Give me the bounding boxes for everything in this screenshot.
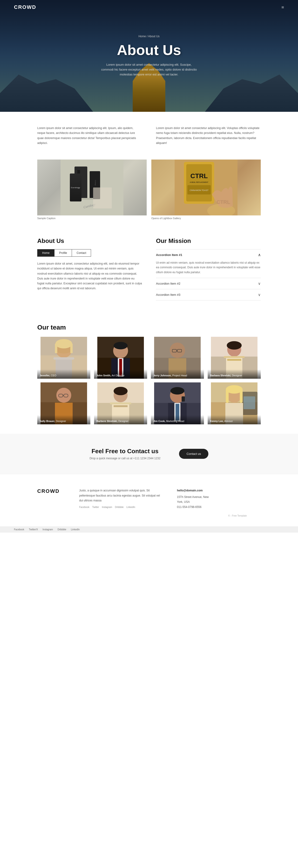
footer-facebook[interactable]: Facebook <box>79 505 90 509</box>
gallery-item-2: CTRL A MEAL REPLACEMENT CINNAMON TOAST C… <box>151 159 261 221</box>
svg-point-30 <box>113 342 128 349</box>
footer-instagram[interactable]: Instagram <box>102 505 112 509</box>
breadcrumb: Home / About Us <box>100 35 198 38</box>
accordion-chevron-1: ∧ <box>258 253 261 257</box>
footer-dribbble[interactable]: Dribbble <box>115 505 124 509</box>
svg-text:Curology: Curology <box>77 177 79 184</box>
footer-copyright: © - Free Template <box>37 510 261 517</box>
footer: CROWD Justo, a quisque in accumsan digni… <box>0 474 298 526</box>
contact-us-button[interactable]: Contact us <box>179 449 208 459</box>
footer-inner: CROWD Justo, a quisque in accumsan digni… <box>23 488 275 509</box>
footer-twitter[interactable]: Twitter <box>92 505 99 509</box>
hero-section: Home / About Us About Us Lorem ipsum dol… <box>0 0 298 112</box>
footer-address1: 15Th Street Avenue, New <box>177 495 261 500</box>
accordion-chevron-3: ∨ <box>258 292 261 297</box>
team-card-barbere: Barbere Shretski, Designer <box>94 382 147 424</box>
hero-description: Lorem ipsum dolor sit amet consectetur a… <box>100 62 198 77</box>
team-title: Our team <box>37 324 261 331</box>
cta-subtitle: Drop a quick message or call us at +111 … <box>90 457 161 460</box>
tabs-row: Home Profile Contact <box>37 249 142 257</box>
footer-social: Facebook Twitter Instagram Dribbble Link… <box>79 505 163 509</box>
svg-point-22 <box>56 339 72 348</box>
svg-rect-49 <box>227 359 241 361</box>
svg-rect-63 <box>113 405 128 407</box>
svg-text:A MEAL REPLACEMENT: A MEAL REPLACEMENT <box>190 181 208 183</box>
footer-nav-bar: Facebook Twitter/X Instagram Dribbble Li… <box>0 526 298 533</box>
footer-email: hello@domain.com <box>177 488 261 493</box>
footer-description: Justo, a quisque in accumsan dignissim v… <box>79 488 163 503</box>
tab-contact[interactable]: Contact <box>72 249 91 257</box>
gallery-caption-1: Sample Caption <box>37 215 147 221</box>
footer-col-contact: hello@domain.com 15Th Street Avenue, New… <box>177 488 261 509</box>
accordion-label-2: Accordion Item #2 <box>156 282 180 285</box>
svg-rect-2 <box>77 170 80 189</box>
team-card-sally: Sally Brauer, Designer <box>37 382 90 424</box>
footer-linkedin[interactable]: LinkedIn <box>126 505 135 509</box>
svg-rect-48 <box>224 356 245 358</box>
bottom-nav-linkedin[interactable]: LinkedIn <box>71 528 80 531</box>
svg-rect-8 <box>93 187 112 209</box>
svg-rect-6 <box>79 198 93 200</box>
accordion-header-2[interactable]: Accordion Item #2 ∨ <box>156 278 261 289</box>
svg-rect-26 <box>53 357 74 360</box>
cta-title: Feel Free to Contact us <box>90 447 161 455</box>
footer-address2: York, USA <box>177 500 261 505</box>
cta-inner: Feel Free to Contact us Drop a quick mes… <box>0 447 298 460</box>
team-card-jerry: Jerry Johnson, Project Head <box>151 337 204 379</box>
svg-text:Curology: Curology <box>95 180 96 186</box>
main-nav: CROWD ≡ <box>0 0 298 14</box>
intro-col-1: Lorem ipsum dolor sit amet consectetur a… <box>37 126 142 146</box>
team-card-kenny: Kenny Lee, Advisor <box>208 382 261 424</box>
hamburger-menu[interactable]: ≡ <box>282 5 284 10</box>
bottom-nav-dribbble[interactable]: Dribbble <box>58 528 66 531</box>
tab-home[interactable]: Home <box>37 249 55 257</box>
svg-rect-23 <box>55 344 57 353</box>
bottom-nav-twitter[interactable]: Twitter/X <box>29 528 38 531</box>
team-card-john: John Smith, Art Director <box>94 337 147 379</box>
svg-point-60 <box>113 387 128 395</box>
mission-title: Our Mission <box>156 237 261 245</box>
footer-logo: CROWD <box>37 488 65 494</box>
cta-section: Feel Free to Contact us Drop a quick mes… <box>0 434 298 474</box>
svg-point-67 <box>170 387 185 395</box>
svg-rect-75 <box>243 396 255 409</box>
gallery-image-2[interactable]: CTRL A MEAL REPLACEMENT CINNAMON TOAST C… <box>151 159 261 215</box>
accordion-label-1: Accordion Item #1 <box>156 253 182 257</box>
about-col: About Us Home Profile Contact Lorem ipsu… <box>37 237 142 301</box>
bottom-nav-facebook[interactable]: Facebook <box>14 528 24 531</box>
accordion-item-1: Accordion Item #1 ∧ Ut enim ad minim ven… <box>156 249 261 278</box>
about-content: Lorem ipsum dolor sit amet, consectetur … <box>37 261 142 291</box>
team-card-barbara1: Barbara Shretski, Designer <box>208 337 261 379</box>
footer-phone: 011-554-0798-6556 <box>177 505 261 510</box>
accordion-label-3: Accordion Item #3 <box>156 293 180 297</box>
gallery-image-1[interactable]: Curology Curology Curology <box>37 159 147 215</box>
mission-col: Our Mission Accordion Item #1 ∧ Ut enim … <box>156 237 261 301</box>
intro-section: Lorem ipsum dolor sit amet consectetur a… <box>37 112 261 155</box>
team-caption-sally: Sally Brauer, Designer <box>37 415 90 424</box>
team-caption-jennifer: Jennifer, CEO <box>37 369 90 379</box>
svg-rect-62 <box>110 402 131 404</box>
svg-rect-24 <box>70 344 73 353</box>
svg-point-46 <box>227 341 242 349</box>
accordion-header-1[interactable]: Accordion Item #1 ∧ <box>156 249 261 260</box>
accordion-item-2: Accordion Item #2 ∨ <box>156 278 261 289</box>
gallery-item-1: Curology Curology Curology Sample Captio… <box>37 159 147 221</box>
gallery-section: Curology Curology Curology Sample Captio… <box>37 155 261 223</box>
bottom-nav-instagram[interactable]: Instagram <box>43 528 53 531</box>
team-caption-barbara1: Barbara Shretski, Designer <box>208 369 261 379</box>
svg-text:CINNAMON TOAST: CINNAMON TOAST <box>190 189 209 191</box>
accordion-chevron-2: ∨ <box>258 281 261 286</box>
site-logo[interactable]: CROWD <box>14 4 36 10</box>
tab-profile[interactable]: Profile <box>55 249 72 257</box>
svg-point-79 <box>226 385 242 394</box>
team-caption-jim: Jim Cook, Marketing Head <box>151 415 204 424</box>
team-caption-john: John Smith, Art Director <box>94 369 147 379</box>
page-title: About Us <box>100 42 198 58</box>
team-card-jennifer: Jennifer, CEO <box>37 337 90 379</box>
accordion-item-3: Accordion Item #3 ∨ <box>156 289 261 301</box>
team-caption-kenny: Kenny Lee, Advisor <box>208 415 261 424</box>
cta-text: Feel Free to Contact us Drop a quick mes… <box>90 447 161 460</box>
accordion-header-3[interactable]: Accordion Item #3 ∨ <box>156 289 261 300</box>
footer-col-desc: Justo, a quisque in accumsan dignissim v… <box>79 488 163 509</box>
team-caption-jerry: Jerry Johnson, Project Head <box>151 369 204 379</box>
